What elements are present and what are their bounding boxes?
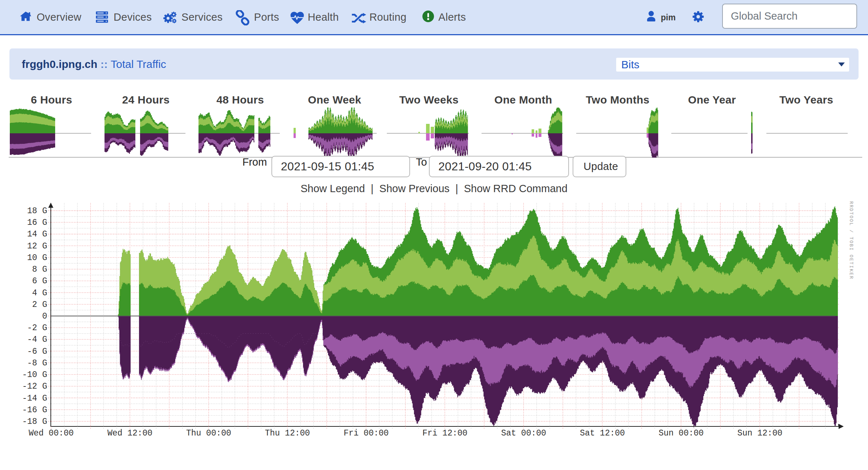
svg-text:18 G: 18 G (27, 206, 47, 216)
svg-text:-6 G: -6 G (27, 347, 47, 356)
svg-text:Sat 12:00: Sat 12:00 (580, 429, 625, 438)
svg-text:8 G: 8 G (32, 265, 47, 274)
svg-text:-2 G: -2 G (27, 323, 47, 333)
svg-text:0: 0 (42, 312, 47, 321)
svg-text:-14 G: -14 G (22, 394, 47, 403)
svg-text:-4 G: -4 G (27, 335, 47, 344)
svg-text:Fri 00:00: Fri 00:00 (344, 429, 389, 438)
svg-text:Fri 12:00: Fri 12:00 (422, 429, 467, 438)
svg-text:16 G: 16 G (27, 218, 47, 227)
svg-text:-10 G: -10 G (22, 370, 47, 380)
svg-text:12 G: 12 G (27, 242, 47, 251)
svg-text:-12 G: -12 G (22, 382, 47, 391)
svg-text:14 G: 14 G (27, 230, 47, 239)
svg-text:Sat 00:00: Sat 00:00 (501, 429, 546, 438)
svg-text:Sun 12:00: Sun 12:00 (737, 429, 782, 438)
svg-text:Thu 12:00: Thu 12:00 (265, 429, 310, 438)
svg-text:10 G: 10 G (27, 253, 47, 263)
svg-text:Wed 12:00: Wed 12:00 (107, 429, 152, 438)
svg-text:4 G: 4 G (32, 288, 47, 298)
svg-text:-16 G: -16 G (22, 405, 47, 415)
svg-text:6 G: 6 G (32, 276, 47, 286)
svg-text:Sun 00:00: Sun 00:00 (659, 429, 704, 438)
svg-text:Thu 00:00: Thu 00:00 (186, 429, 231, 438)
svg-text:-18 G: -18 G (22, 417, 47, 426)
svg-text:2 G: 2 G (32, 300, 47, 309)
svg-text:Wed 00:00: Wed 00:00 (29, 429, 74, 438)
svg-text:-8 G: -8 G (27, 358, 47, 368)
svg-text:RRDTOOL / TOBI OETIKER: RRDTOOL / TOBI OETIKER (848, 201, 854, 280)
